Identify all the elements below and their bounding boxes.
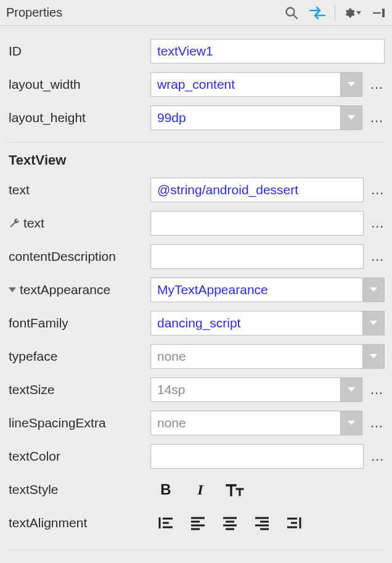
section-divider [9, 549, 385, 550]
label-text-size: textSize [9, 382, 147, 397]
toolbar [283, 4, 387, 22]
toolbar-separator [335, 5, 335, 21]
label-tools-text: text [9, 216, 147, 231]
svg-line-1 [293, 15, 297, 18]
more-button[interactable]: … [370, 182, 385, 198]
label-font-family: fontFamily [9, 316, 147, 331]
properties-titlebar: Properties [0, 0, 392, 26]
row-text-appearance: textAppearance [9, 273, 385, 306]
text-appearance-dropdown[interactable] [150, 277, 385, 302]
more-button[interactable]: … [370, 448, 385, 464]
font-family-input[interactable] [150, 311, 385, 335]
row-text-size: textSize … [9, 373, 385, 406]
layout-height-input[interactable] [150, 105, 362, 130]
id-input[interactable] [150, 39, 385, 64]
label-layout-width: layout_width [9, 77, 147, 92]
textcaps-button[interactable] [224, 479, 245, 500]
more-button[interactable]: … [369, 76, 385, 92]
bold-button[interactable]: B [155, 479, 176, 500]
align-right-button[interactable] [251, 512, 272, 533]
more-button[interactable]: … [369, 415, 385, 431]
swap-arrows-icon[interactable] [309, 4, 326, 22]
row-text-color: textColor … [9, 440, 385, 473]
row-typeface: typeface [9, 340, 385, 373]
layout-width-dropdown[interactable] [150, 72, 362, 97]
line-spacing-extra-input[interactable] [150, 411, 362, 435]
chevron-down-icon[interactable] [340, 105, 362, 130]
search-icon[interactable] [283, 4, 300, 22]
text-appearance-input[interactable] [150, 277, 385, 302]
hide-panel-icon[interactable] [370, 4, 387, 22]
more-button[interactable]: … [369, 382, 385, 398]
chevron-down-icon[interactable] [362, 311, 385, 335]
label-layout-height: layout_height [9, 110, 147, 125]
chevron-down-icon[interactable] [340, 72, 362, 97]
properties-panel: ID layout_width … layout_height … TextVi… [0, 26, 392, 562]
label-tools-text-text: text [23, 216, 44, 231]
row-tools-text: text … [9, 207, 385, 240]
row-font-family: fontFamily [9, 306, 385, 340]
row-layout-height: layout_height … [9, 101, 385, 134]
label-text-appearance-text: textAppearance [20, 282, 110, 297]
chevron-down-icon[interactable] [340, 377, 362, 402]
label-text-appearance: textAppearance [9, 282, 147, 297]
label-text-style: textStyle [9, 482, 147, 497]
row-layout-width: layout_width … [9, 68, 385, 101]
text-style-group: B I [150, 479, 245, 500]
typeface-dropdown[interactable] [150, 344, 385, 369]
align-center-button[interactable] [219, 512, 240, 533]
row-text-style: textStyle B I [9, 473, 385, 506]
row-text: text … [9, 173, 385, 207]
section-heading-textview: TextView [9, 149, 385, 173]
font-family-dropdown[interactable] [150, 311, 385, 335]
tools-text-input[interactable] [150, 211, 364, 236]
gear-icon[interactable] [344, 4, 361, 22]
chevron-down-icon [356, 11, 361, 15]
label-text-color: textColor [9, 449, 147, 464]
row-line-spacing-extra: lineSpacingExtra … [9, 406, 385, 440]
svg-rect-3 [382, 9, 385, 17]
align-viewstart-button[interactable] [155, 512, 176, 533]
align-left-button[interactable] [187, 512, 208, 533]
layout-width-input[interactable] [150, 72, 362, 97]
typeface-input[interactable] [150, 344, 385, 369]
expand-icon[interactable] [9, 287, 16, 292]
more-button[interactable]: … [369, 110, 385, 126]
row-id: ID [9, 35, 385, 68]
row-content-description: contentDescription … [9, 240, 385, 273]
panel-title: Properties [6, 6, 283, 20]
text-size-input[interactable] [150, 377, 362, 402]
label-text-alignment: textAlignment [9, 516, 147, 530]
text-input[interactable] [150, 178, 364, 202]
more-button[interactable]: … [370, 249, 385, 265]
label-content-description: contentDescription [9, 249, 147, 264]
label-line-spacing-extra: lineSpacingExtra [9, 416, 147, 430]
section-divider [9, 142, 385, 142]
label-typeface: typeface [9, 349, 147, 364]
chevron-down-icon[interactable] [362, 277, 385, 302]
label-text: text [9, 183, 147, 197]
text-color-input[interactable] [150, 444, 364, 469]
text-alignment-group [150, 512, 304, 533]
line-spacing-extra-dropdown[interactable] [150, 411, 362, 435]
more-button[interactable]: … [370, 215, 385, 231]
italic-button[interactable]: I [190, 479, 211, 500]
label-id: ID [9, 44, 147, 59]
chevron-down-icon[interactable] [362, 344, 385, 369]
align-viewend-button[interactable] [284, 512, 304, 533]
layout-height-dropdown[interactable] [150, 105, 362, 130]
row-text-alignment: textAlignment [9, 506, 385, 540]
content-description-input[interactable] [150, 244, 364, 269]
chevron-down-icon[interactable] [340, 411, 362, 435]
wrench-icon [9, 218, 20, 229]
text-size-dropdown[interactable] [150, 377, 362, 402]
